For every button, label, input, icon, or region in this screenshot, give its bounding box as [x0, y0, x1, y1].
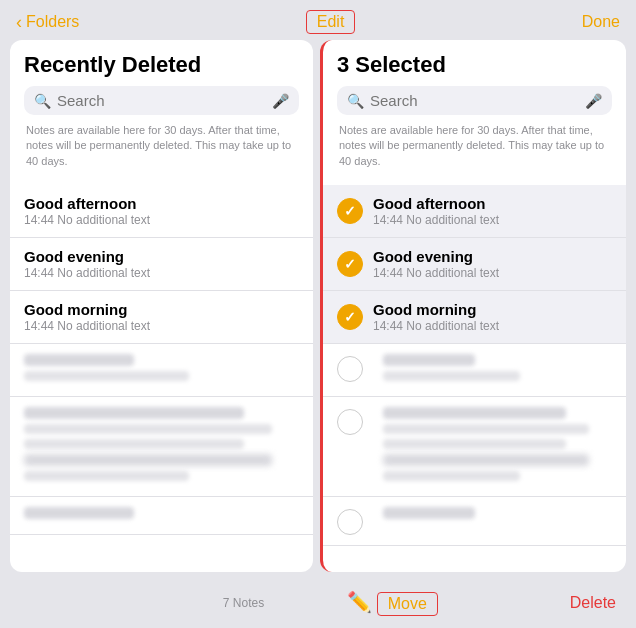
- chevron-left-icon: ‹: [16, 12, 22, 33]
- list-item-blurred[interactable]: [323, 397, 626, 497]
- list-item-blurred[interactable]: [10, 397, 313, 497]
- top-nav: ‹ Folders Edit Done: [0, 0, 636, 40]
- list-item-blurred[interactable]: [323, 497, 626, 546]
- left-notes-list: Good afternoon 14:44 No additional text …: [10, 185, 313, 572]
- bottom-bar: 7 Notes ✏️ Move Delete: [0, 582, 636, 628]
- back-label[interactable]: Folders: [26, 13, 79, 31]
- list-item[interactable]: Good afternoon 14:44 No additional text: [10, 185, 313, 238]
- list-item[interactable]: Good evening 14:44 No additional text: [10, 238, 313, 291]
- right-search-input[interactable]: [370, 92, 579, 109]
- search-icon-right: 🔍: [347, 93, 364, 109]
- left-search-bar[interactable]: 🔍 🎤: [24, 86, 299, 115]
- check-circle[interactable]: [337, 251, 363, 277]
- note-sub: 14:44 No additional text: [24, 266, 299, 280]
- note-content: Good morning 14:44 No additional text: [373, 301, 612, 333]
- check-circle-empty[interactable]: [337, 356, 363, 382]
- note-title: Good morning: [373, 301, 612, 318]
- panels-container: Recently Deleted 🔍 🎤 Notes are available…: [0, 40, 636, 582]
- left-panel-header: Recently Deleted 🔍 🎤 Notes are available…: [10, 40, 313, 185]
- left-panel-notice: Notes are available here for 30 days. Af…: [24, 123, 299, 177]
- note-sub: 14:44 No additional text: [373, 266, 612, 280]
- left-panel: Recently Deleted 🔍 🎤 Notes are available…: [10, 40, 313, 572]
- move-button[interactable]: Move: [377, 592, 438, 616]
- check-circle[interactable]: [337, 198, 363, 224]
- done-button[interactable]: Done: [582, 13, 620, 31]
- check-circle[interactable]: [337, 304, 363, 330]
- note-sub: 14:44 No additional text: [24, 213, 299, 227]
- search-icon-left: 🔍: [34, 93, 51, 109]
- right-notes-list: Good afternoon 14:44 No additional text …: [323, 185, 626, 572]
- list-item[interactable]: Good morning 14:44 No additional text: [10, 291, 313, 344]
- check-circle-empty[interactable]: [337, 509, 363, 535]
- note-title: Good afternoon: [373, 195, 612, 212]
- list-item[interactable]: Good evening 14:44 No additional text: [323, 238, 626, 291]
- check-circle-empty[interactable]: [337, 409, 363, 435]
- right-panel-title: 3 Selected: [337, 52, 612, 78]
- note-sub: 14:44 No additional text: [373, 319, 612, 333]
- right-panel: 3 Selected 🔍 🎤 Notes are available here …: [320, 40, 626, 572]
- list-item-blurred[interactable]: [10, 344, 313, 397]
- note-title: Good evening: [373, 248, 612, 265]
- delete-button[interactable]: Delete: [467, 594, 616, 612]
- list-item-blurred[interactable]: [10, 497, 313, 535]
- note-sub: 14:44 No additional text: [373, 213, 612, 227]
- note-content: Good afternoon 14:44 No additional text: [373, 195, 612, 227]
- note-content: Good evening 14:44 No additional text: [373, 248, 612, 280]
- note-title: Good afternoon: [24, 195, 299, 212]
- mic-icon-right[interactable]: 🎤: [585, 93, 602, 109]
- note-title: Good evening: [24, 248, 299, 265]
- back-button[interactable]: ‹ Folders: [16, 12, 79, 33]
- list-item[interactable]: Good afternoon 14:44 No additional text: [323, 185, 626, 238]
- list-item-blurred[interactable]: [323, 344, 626, 397]
- right-panel-header: 3 Selected 🔍 🎤 Notes are available here …: [323, 40, 626, 185]
- note-title: Good morning: [24, 301, 299, 318]
- left-panel-title: Recently Deleted: [24, 52, 299, 78]
- right-panel-notice: Notes are available here for 30 days. Af…: [337, 123, 612, 177]
- compose-button[interactable]: ✏️: [347, 591, 372, 613]
- right-search-bar[interactable]: 🔍 🎤: [337, 86, 612, 115]
- notes-count-label: 7 Notes: [169, 596, 318, 610]
- edit-button[interactable]: Edit: [306, 10, 356, 34]
- list-item[interactable]: Good morning 14:44 No additional text: [323, 291, 626, 344]
- mic-icon-left[interactable]: 🎤: [272, 93, 289, 109]
- note-sub: 14:44 No additional text: [24, 319, 299, 333]
- left-search-input[interactable]: [57, 92, 266, 109]
